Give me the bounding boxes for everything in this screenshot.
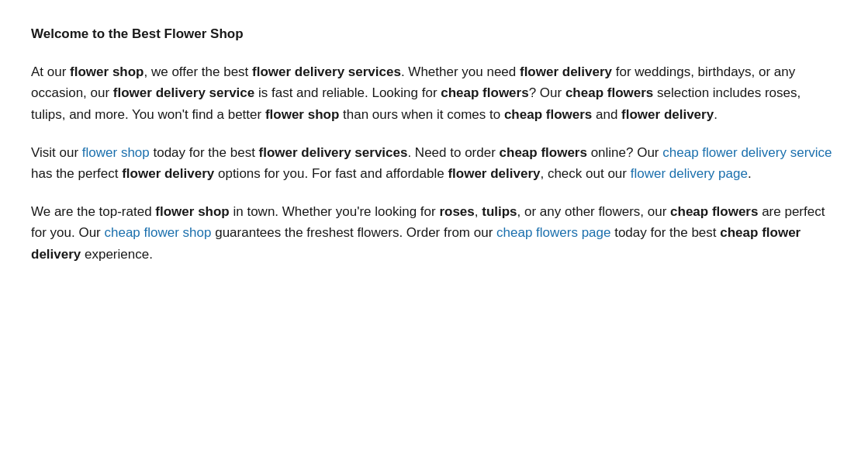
bold-cheap-flowers-5: cheap flowers — [670, 204, 758, 219]
bold-cheap-flowers-4: cheap flowers — [500, 145, 587, 160]
link-cheap-flower-delivery-service[interactable]: cheap flower delivery service — [662, 145, 832, 160]
page-heading: Welcome to the Best Flower Shop — [31, 23, 837, 44]
bold-roses: roses — [439, 204, 474, 219]
bold-flower-shop-2: flower shop — [265, 107, 339, 122]
bold-flower-delivery-1: flower delivery — [520, 64, 612, 79]
bold-flower-delivery-service-1: flower delivery service — [113, 85, 254, 100]
bold-flower-delivery-services-1: flower delivery services — [252, 64, 401, 79]
link-flower-shop[interactable]: flower shop — [82, 145, 150, 160]
paragraph-2: Visit our flower shop today for the best… — [31, 142, 837, 184]
link-cheap-flowers-page[interactable]: cheap flowers page — [496, 225, 610, 240]
bold-tulips: tulips — [482, 204, 517, 219]
bold-flower-delivery-2: flower delivery — [621, 107, 714, 122]
bold-flower-shop-1: flower shop — [70, 64, 144, 79]
paragraph-3: We are the top-rated flower shop in town… — [31, 201, 837, 265]
bold-flower-shop-3: flower shop — [155, 204, 229, 219]
link-flower-delivery-page[interactable]: flower delivery page — [631, 166, 748, 181]
bold-cheap-flowers-2: cheap flowers — [565, 85, 653, 100]
bold-cheap-flowers-3: cheap flowers — [504, 107, 592, 122]
bold-flower-delivery-4: flower delivery — [448, 166, 540, 181]
paragraph-1: At our flower shop, we offer the best fl… — [31, 61, 837, 125]
bold-cheap-flowers-1: cheap flowers — [441, 85, 528, 100]
bold-flower-delivery-services-2: flower delivery services — [259, 145, 408, 160]
link-cheap-flower-shop[interactable]: cheap flower shop — [104, 225, 211, 240]
content-area: Welcome to the Best Flower Shop At our f… — [31, 23, 837, 265]
bold-flower-delivery-3: flower delivery — [122, 166, 214, 181]
